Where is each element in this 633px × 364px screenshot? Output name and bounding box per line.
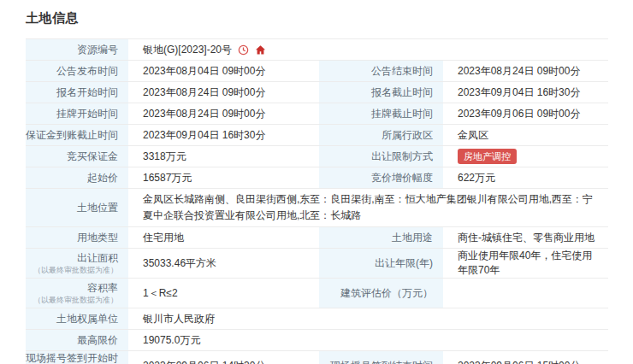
section-title: 土地信息 (26, 10, 608, 26)
field-value: 2023年09月06日 15时00分 (443, 351, 608, 364)
field-value: 622万元 (443, 167, 608, 188)
table-row: 起始价 16587万元 竞价增价幅度 622万元 (26, 167, 608, 189)
land-info-table: 资源编号 银地(G)[2023]-20号 公告发布时间 202 (26, 38, 608, 364)
field-value: 2023年08月24日 09时00分 (128, 103, 319, 124)
field-value: 商住-城镇住宅、零售商业用地 (443, 227, 608, 248)
field-value: 2023年09月06日 14时30分 (128, 351, 319, 364)
field-label: 土地位置 (26, 189, 128, 226)
field-label: 容积率 （以最终审批数据为准） (26, 279, 128, 308)
field-label: 挂牌开始时间 (26, 103, 128, 124)
field-label: 建筑评估价（万元） (319, 279, 443, 308)
table-row: 保证金到账截止时间 2023年09月04日 16时30分 所属行政区 金凤区 (26, 125, 608, 146)
field-label: 竞买保证金 (26, 146, 128, 167)
home-icon[interactable] (255, 44, 266, 56)
land-info-page: 土地信息 资源编号 银地(G)[2023]-20号 (26, 10, 608, 364)
clock-icon[interactable] (238, 44, 249, 56)
field-label: 竞价增价幅度 (319, 167, 443, 188)
field-label: 保证金到账截止时间 (26, 125, 128, 145)
field-label: 出让限制方式 (319, 146, 443, 167)
field-label: 起始价 (26, 167, 128, 188)
table-row: 土地位置 金凤区长城路南侧、良田渠街西侧,东至：良田渠街,南至：恒大地产集团银川… (26, 189, 608, 227)
resource-number: 银地(G)[2023]-20号 (128, 39, 608, 60)
field-value: 2023年08月24日 09时00分 (443, 61, 608, 81)
field-value: 2023年09月06日 09时00分 (443, 103, 608, 124)
field-label-sub: （以最终审批数据为准） (33, 295, 118, 305)
field-value: 35033.46平方米 (128, 249, 319, 278)
table-row: 公告发布时间 2023年08月04日 09时00分 公告结束时间 2023年08… (26, 61, 608, 82)
field-value: 2023年09月04日 16时30分 (128, 125, 319, 145)
field-value: 19075.0万元 (128, 330, 608, 350)
field-label: 挂牌截止时间 (319, 103, 443, 124)
field-value: 1＜R≤2 (128, 279, 319, 308)
restriction-badge: 房地产调控 (458, 149, 517, 164)
table-row: 出让面积 （以最终审批数据为准） 35033.46平方米 出让年限(年) 商业使… (26, 249, 608, 279)
table-row: 最高限价 19075.0万元 (26, 330, 608, 351)
field-label-main: 容积率 (87, 281, 118, 295)
field-label: 公告结束时间 (319, 61, 443, 81)
field-label: 用地类型 (26, 227, 128, 248)
field-label: 现场摇号签到结束时间 (319, 351, 443, 364)
field-value (443, 279, 608, 308)
field-value: 16587万元 (128, 167, 319, 188)
table-row: 容积率 （以最终审批数据为准） 1＜R≤2 建筑评估价（万元） (26, 279, 608, 308)
field-label: 现场摇号签到开始时间 (26, 351, 128, 364)
field-value: 2023年09月04日 16时30分 (443, 82, 608, 103)
field-label: 最高限价 (26, 330, 128, 350)
field-label: 公告发布时间 (26, 61, 128, 81)
field-label: 报名截止时间 (319, 82, 443, 103)
table-row: 报名开始时间 2023年08月24日 09时00分 报名截止时间 2023年09… (26, 82, 608, 103)
field-value: 金凤区 (443, 125, 608, 145)
field-label: 土地用途 (319, 227, 443, 248)
field-value: 房地产调控 (443, 146, 608, 167)
field-value: 商业使用年限40年，住宅使用年限70年 (443, 249, 608, 278)
field-label: 出让年限(年) (319, 249, 443, 278)
field-label: 所属行政区 (319, 125, 443, 145)
field-value: 3318万元 (128, 146, 319, 167)
table-row: 用地类型 住宅用地 土地用途 商住-城镇住宅、零售商业用地 (26, 227, 608, 249)
field-label: 出让面积 （以最终审批数据为准） (26, 249, 128, 278)
field-value: 银川市人民政府 (128, 308, 608, 329)
land-location-value: 金凤区长城路南侧、良田渠街西侧,东至：良田渠街,南至：恒大地产集团银川有限公司用… (128, 189, 608, 226)
table-row: 现场摇号签到开始时间 2023年09月06日 14时30分 现场摇号签到结束时间… (26, 351, 608, 364)
field-label: 土地权属单位 (26, 308, 128, 329)
field-value: 2023年08月24日 09时00分 (128, 82, 319, 103)
field-value: 2023年08月04日 09时00分 (128, 61, 319, 81)
field-label: 资源编号 (26, 39, 128, 60)
field-label-sub: （以最终审批数据为准） (33, 265, 118, 275)
table-row: 土地权属单位 银川市人民政府 (26, 308, 608, 330)
field-label: 报名开始时间 (26, 82, 128, 103)
table-row: 竞买保证金 3318万元 出让限制方式 房地产调控 (26, 146, 608, 167)
resource-number-text: 银地(G)[2023]-20号 (143, 43, 232, 57)
field-value: 住宅用地 (128, 227, 319, 248)
table-row: 资源编号 银地(G)[2023]-20号 (26, 39, 608, 61)
field-label-main: 出让面积 (77, 251, 118, 265)
table-row: 挂牌开始时间 2023年08月24日 09时00分 挂牌截止时间 2023年09… (26, 103, 608, 125)
